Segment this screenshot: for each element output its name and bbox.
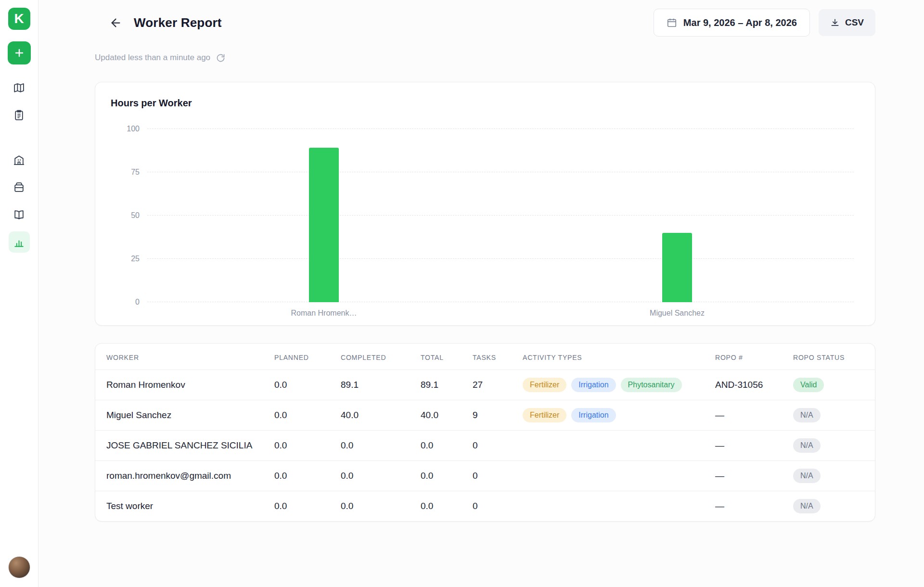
export-csv-button[interactable]: CSV xyxy=(819,9,875,36)
gridline xyxy=(147,128,854,129)
refresh-icon[interactable] xyxy=(216,53,225,63)
activity-badge: Fertilizer xyxy=(523,408,566,422)
chart-bar[interactable] xyxy=(662,233,692,302)
back-button[interactable] xyxy=(106,13,125,32)
cell-activity-types xyxy=(518,431,710,461)
cell-tasks: 27 xyxy=(468,370,518,400)
page-title: Worker Report xyxy=(134,15,222,30)
hours-per-worker-card: Hours per Worker 0255075100Roman Hromenk… xyxy=(95,82,875,326)
sidebar-item-library[interactable] xyxy=(9,204,30,225)
cell-tasks: 0 xyxy=(468,461,518,491)
tasks-icon xyxy=(13,109,25,121)
sidebar-item-farm[interactable] xyxy=(9,149,30,170)
sidebar: K xyxy=(0,0,38,587)
cell-planned: 0.0 xyxy=(270,461,336,491)
table-row[interactable]: Test worker0.00.00.00—N/A xyxy=(95,491,875,522)
page-header: Worker Report Mar 9, 2026 – Apr 8, 2026 … xyxy=(38,0,924,37)
calendar-icon xyxy=(667,17,677,28)
cell-ropo: — xyxy=(710,491,788,522)
table-body: Roman Hromenkov0.089.189.127FertilizerIr… xyxy=(95,370,875,522)
cell-total: 0.0 xyxy=(416,491,468,522)
cell-tasks: 9 xyxy=(468,400,518,431)
cell-total: 40.0 xyxy=(416,400,468,431)
activity-badge: Phytosanitary xyxy=(621,378,682,392)
column-header: TASKS xyxy=(468,344,518,370)
y-axis-tick: 100 xyxy=(116,125,140,133)
sidebar-nav xyxy=(9,77,30,259)
worker-table-card: WORKERPLANNEDCOMPLETEDTOTALTASKSACTIVITY… xyxy=(95,343,875,522)
cell-total: 89.1 xyxy=(416,370,468,400)
updated-status: Updated less than a minute ago xyxy=(95,53,924,63)
status-badge: Valid xyxy=(793,378,824,392)
cell-completed: 0.0 xyxy=(336,461,416,491)
cell-total: 0.0 xyxy=(416,461,468,491)
cards-stack-icon xyxy=(13,181,25,193)
column-header: PLANNED xyxy=(270,344,336,370)
header-actions: Mar 9, 2026 – Apr 8, 2026 CSV xyxy=(654,9,875,37)
y-axis-tick: 25 xyxy=(116,255,140,263)
status-badge: N/A xyxy=(793,438,821,453)
cell-activity-types xyxy=(518,491,710,522)
table-row[interactable]: Roman Hromenkov0.089.189.127FertilizerIr… xyxy=(95,370,875,400)
csv-label: CSV xyxy=(845,17,864,28)
cell-completed: 89.1 xyxy=(336,370,416,400)
gridline xyxy=(147,302,854,302)
date-range-label: Mar 9, 2026 – Apr 8, 2026 xyxy=(683,17,797,28)
status-badge: N/A xyxy=(793,469,821,483)
map-icon xyxy=(13,82,25,94)
user-avatar[interactable] xyxy=(8,556,30,578)
table-row[interactable]: roman.hromenkov@gmail.com0.00.00.00—N/A xyxy=(95,461,875,491)
activity-badge: Fertilizer xyxy=(523,378,566,392)
cell-activity-types: FertilizerIrrigationPhytosanitary xyxy=(518,370,710,400)
cell-completed: 0.0 xyxy=(336,431,416,461)
cell-ropo: — xyxy=(710,400,788,431)
cell-worker: roman.hromenkov@gmail.com xyxy=(95,461,270,491)
worker-table: WORKERPLANNEDCOMPLETEDTOTALTASKSACTIVITY… xyxy=(95,344,875,521)
app-logo[interactable]: K xyxy=(8,8,30,30)
table-header-row: WORKERPLANNEDCOMPLETEDTOTALTASKSACTIVITY… xyxy=(95,344,875,370)
column-header: ROPO # xyxy=(710,344,788,370)
cell-total: 0.0 xyxy=(416,431,468,461)
gridline xyxy=(147,172,854,172)
cell-ropo: AND-31056 xyxy=(710,370,788,400)
date-range-picker[interactable]: Mar 9, 2026 – Apr 8, 2026 xyxy=(654,9,810,37)
cell-ropo: — xyxy=(710,461,788,491)
sidebar-item-fields[interactable] xyxy=(9,177,30,198)
column-header: WORKER xyxy=(95,344,270,370)
sidebar-item-reports[interactable] xyxy=(9,231,30,253)
cell-activity-types: FertilizerIrrigation xyxy=(518,400,710,431)
cell-completed: 0.0 xyxy=(336,491,416,522)
cell-activity-types xyxy=(518,461,710,491)
chart-title: Hours per Worker xyxy=(111,98,860,109)
column-header: TOTAL xyxy=(416,344,468,370)
cell-planned: 0.0 xyxy=(270,400,336,431)
sidebar-item-tasks[interactable] xyxy=(9,104,30,126)
cell-ropo-status: N/A xyxy=(788,431,875,461)
x-axis-label: Miguel Sanchez xyxy=(650,309,705,318)
hours-per-worker-chart: 0255075100Roman Hromenk…Miguel Sanchez xyxy=(111,129,860,302)
x-axis-label: Roman Hromenk… xyxy=(291,309,357,318)
cell-planned: 0.0 xyxy=(270,370,336,400)
table-row[interactable]: Miguel Sanchez0.040.040.09FertilizerIrri… xyxy=(95,400,875,431)
gridline xyxy=(147,258,854,259)
book-icon xyxy=(13,209,25,221)
plus-icon xyxy=(13,47,25,59)
create-button[interactable] xyxy=(8,41,31,64)
bar-chart-icon xyxy=(13,236,25,248)
y-axis-tick: 50 xyxy=(116,212,140,219)
sidebar-item-map[interactable] xyxy=(9,77,30,98)
table-row[interactable]: JOSE GABRIEL SANCHEZ SICILIA0.00.00.00—N… xyxy=(95,431,875,461)
chart-bar[interactable] xyxy=(309,148,339,302)
column-header: ACTIVITY TYPES xyxy=(518,344,710,370)
cell-worker: Test worker xyxy=(95,491,270,522)
cell-worker: Roman Hromenkov xyxy=(95,370,270,400)
arrow-left-icon xyxy=(109,16,122,29)
cell-ropo-status: Valid xyxy=(788,370,875,400)
app-root: K xyxy=(0,0,924,587)
chart-plot: 0255075100Roman Hromenk…Miguel Sanchez xyxy=(147,129,854,302)
status-badge: N/A xyxy=(793,408,821,422)
y-axis-tick: 0 xyxy=(116,298,140,306)
cell-tasks: 0 xyxy=(468,491,518,522)
column-header: COMPLETED xyxy=(336,344,416,370)
cell-ropo-status: N/A xyxy=(788,400,875,431)
